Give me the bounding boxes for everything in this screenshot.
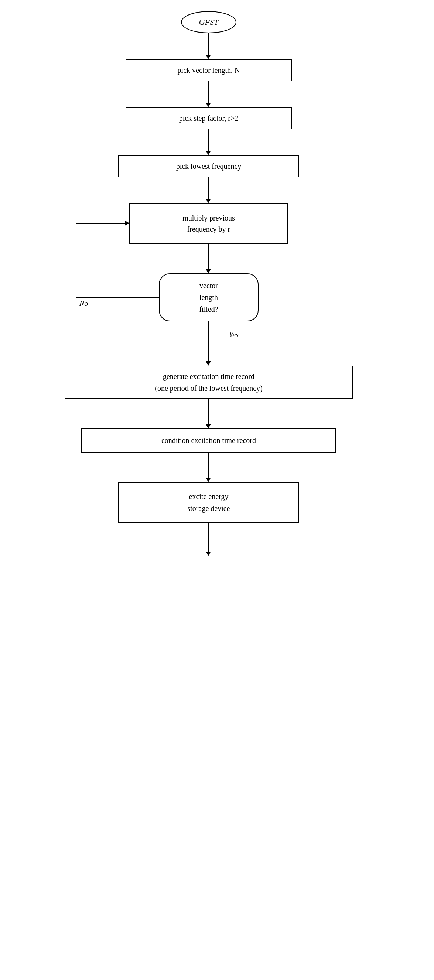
excite-label: excite energystorage device [188, 490, 230, 514]
yes-label: Yes [229, 331, 238, 339]
node-gfst: GFST [181, 11, 236, 33]
arrowhead-5 [206, 269, 211, 274]
arrowhead-3 [206, 151, 211, 155]
node-vector-filled: vectorlengthfilled? [159, 274, 259, 321]
arrow-3 [208, 129, 209, 151]
arrow-2 [208, 81, 209, 103]
gfst-label: GFST [199, 18, 219, 27]
loop-v-left [76, 223, 76, 297]
arrow-gfst-to-pickvector [208, 33, 209, 56]
arrowhead-6 [206, 361, 211, 366]
multiply-label: multiply previousfrequency by r [183, 212, 235, 235]
arrowhead-loop [125, 221, 129, 226]
node-pick-lowest: pick lowest frequency [118, 155, 299, 177]
arrow-4 [208, 177, 209, 199]
yes-text: Yes [229, 331, 238, 339]
node-pick-step: pick step factor, r>2 [126, 107, 292, 129]
pick-step-label: pick step factor, r>2 [179, 114, 238, 123]
pick-lowest-label: pick lowest frequency [176, 162, 242, 171]
node-condition: condition excitation time record [81, 428, 336, 452]
arrowhead-4 [206, 199, 211, 203]
arrow-5 [208, 244, 209, 270]
loop-h-top [76, 223, 129, 224]
vector-filled-label: vectorlengthfilled? [199, 280, 218, 315]
loop-h-bottom [76, 297, 159, 298]
arrowhead-1 [206, 55, 211, 59]
arrowhead-7 [206, 424, 211, 428]
arrow-9 [208, 523, 209, 552]
condition-label: condition excitation time record [161, 436, 256, 445]
arrowhead-8 [206, 477, 211, 482]
node-pick-vector: pick vector length, N [126, 59, 292, 81]
node-multiply: multiply previousfrequency by r [129, 203, 288, 244]
arrow-6 [208, 321, 209, 362]
node-excite: excite energystorage device [118, 482, 299, 523]
flowchart: GFST pick vector length, N pick step fac… [0, 0, 434, 980]
arrowhead-9 [206, 552, 211, 556]
no-label: No [79, 299, 88, 308]
no-text: No [79, 299, 88, 307]
arrow-7 [208, 399, 209, 425]
pick-vector-label: pick vector length, N [178, 66, 240, 75]
arrow-8 [208, 452, 209, 478]
generate-label: generate excitation time record(one peri… [155, 371, 262, 394]
arrowhead-2 [206, 103, 211, 107]
node-generate: generate excitation time record(one peri… [65, 366, 353, 399]
